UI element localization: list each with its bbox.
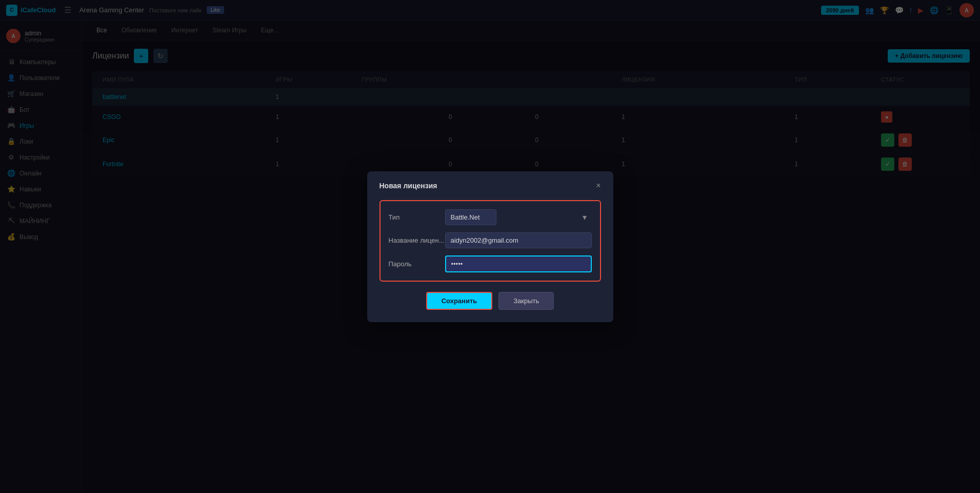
modal-title: Новая лицензия xyxy=(379,182,437,190)
password-input[interactable] xyxy=(445,255,592,272)
modal-overlay: Новая лицензия × Тип Battle.Net Steam Ep… xyxy=(0,0,980,493)
close-button[interactable]: Закрыть xyxy=(498,292,554,310)
password-form-group: Пароль xyxy=(389,255,592,272)
modal-header: Новая лицензия × xyxy=(379,182,601,190)
name-form-group: Название лицен... xyxy=(389,232,592,248)
license-name-input[interactable] xyxy=(445,232,592,248)
form-section: Тип Battle.Net Steam Epic Origin Названи… xyxy=(379,200,601,282)
type-select[interactable]: Battle.Net Steam Epic Origin xyxy=(445,209,496,225)
new-license-modal: Новая лицензия × Тип Battle.Net Steam Ep… xyxy=(367,171,613,322)
type-select-wrapper: Battle.Net Steam Epic Origin xyxy=(445,209,592,225)
type-form-group: Тип Battle.Net Steam Epic Origin xyxy=(389,209,592,225)
modal-actions: Сохранить Закрыть xyxy=(379,292,601,310)
name-label: Название лицен... xyxy=(389,236,445,244)
modal-close-button[interactable]: × xyxy=(596,182,601,190)
type-label: Тип xyxy=(389,213,445,221)
password-label: Пароль xyxy=(389,260,445,268)
save-button[interactable]: Сохранить xyxy=(426,292,493,310)
